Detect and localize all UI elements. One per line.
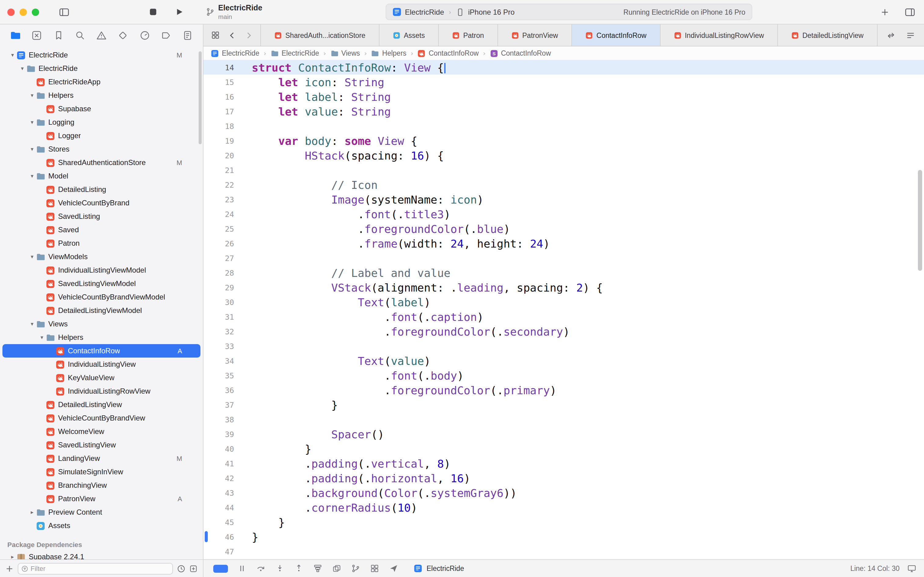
filter-field[interactable] xyxy=(18,562,173,574)
line-number[interactable]: 44 xyxy=(203,503,234,512)
disclosure-down-icon[interactable] xyxy=(38,331,46,344)
line-number[interactable]: 36 xyxy=(203,385,234,395)
code-line[interactable]: 32 .foregroundColor(.secondary) xyxy=(203,324,924,338)
line-number[interactable]: 34 xyxy=(203,356,234,365)
editor-tab[interactable]: Assets xyxy=(380,24,439,46)
tree-row[interactable]: SavedListingViewModel xyxy=(2,277,200,290)
code-line[interactable]: 16 let label: String xyxy=(203,89,924,104)
forward-button[interactable] xyxy=(245,31,253,39)
code-line[interactable]: 18 xyxy=(203,119,924,133)
tree-row[interactable]: DetailedListingView xyxy=(2,398,200,411)
bookmarks-navigator-button[interactable] xyxy=(53,30,64,41)
line-number[interactable]: 26 xyxy=(203,239,234,248)
destination-label[interactable]: iPhone 16 Pro xyxy=(468,8,515,16)
memory-graph-button[interactable] xyxy=(332,564,341,573)
code-line[interactable]: 22 // Icon xyxy=(203,177,924,192)
breadcrumb-item[interactable]: ElectricRide xyxy=(271,49,319,57)
code-line[interactable]: 36 .foregroundColor(.primary) xyxy=(203,383,924,397)
breadcrumb-item[interactable]: SContactInfoRow xyxy=(490,49,551,57)
line-number[interactable]: 17 xyxy=(203,106,234,116)
disclosure-down-icon[interactable] xyxy=(28,250,36,263)
line-number[interactable]: 19 xyxy=(203,136,234,145)
line-number[interactable]: 35 xyxy=(203,371,234,380)
line-number[interactable]: 40 xyxy=(203,444,234,453)
breakpoints-navigator-button[interactable] xyxy=(161,30,172,41)
tree-row[interactable]: ElectricRideM xyxy=(2,48,200,62)
editor-tab[interactable]: ContactInfoRow xyxy=(572,24,660,46)
code-line[interactable]: 28 // Label and value xyxy=(203,265,924,280)
breadcrumb-item[interactable]: ContactInfoRow xyxy=(418,49,479,57)
disclosure-down-icon[interactable] xyxy=(28,317,36,331)
debug-navigator-button[interactable] xyxy=(139,30,150,41)
line-number[interactable]: 47 xyxy=(203,547,234,556)
tree-row[interactable]: Stores xyxy=(2,142,200,156)
inspector-toggle-button[interactable] xyxy=(905,6,916,18)
code-line[interactable]: 45 } xyxy=(203,515,924,529)
tree-row[interactable]: PatronViewA xyxy=(2,492,200,506)
tree-row[interactable]: ContactInfoRowA xyxy=(2,344,200,358)
code-line[interactable]: 23 Image(systemName: icon) xyxy=(203,192,924,206)
code-line[interactable]: 29 VStack(alignment: .leading, spacing: … xyxy=(203,280,924,295)
code-line[interactable]: 33 xyxy=(203,338,924,353)
line-number[interactable]: 24 xyxy=(203,210,234,219)
line-number[interactable]: 18 xyxy=(203,121,234,131)
code-line[interactable]: 14struct ContactInfoRow: View { xyxy=(203,60,924,74)
tree-row[interactable]: Supabase xyxy=(2,102,200,116)
editor-tab[interactable]: PatronView xyxy=(498,24,572,46)
line-number[interactable]: 39 xyxy=(203,429,234,438)
line-number[interactable]: 33 xyxy=(203,342,234,351)
code-review-icon[interactable] xyxy=(886,30,896,40)
close-window-button[interactable] xyxy=(7,8,14,16)
code-line[interactable]: 24 .font(.title3) xyxy=(203,206,924,221)
editor-options-icon[interactable] xyxy=(906,30,916,40)
code-line[interactable]: 46} xyxy=(203,529,924,544)
tree-row[interactable]: LandingViewM xyxy=(2,452,200,465)
scheme-widget[interactable]: ElectricRide main xyxy=(205,3,262,20)
tree-row[interactable]: ElectricRide xyxy=(2,62,200,75)
sidebar-scrollbar[interactable] xyxy=(199,52,202,144)
back-button[interactable] xyxy=(228,31,237,39)
display-icon[interactable] xyxy=(907,564,917,573)
code-line[interactable]: 31 .font(.caption) xyxy=(203,309,924,324)
tree-row[interactable]: IndividualListingView xyxy=(2,358,200,371)
code-line[interactable]: 41 .padding(.vertical, 8) xyxy=(203,456,924,471)
tree-row[interactable]: IndividualListingViewModel xyxy=(2,263,200,277)
code-line[interactable]: 25 .foregroundColor(.blue) xyxy=(203,221,924,236)
tests-navigator-button[interactable] xyxy=(118,30,129,41)
code-line[interactable]: 15 let icon: String xyxy=(203,74,924,89)
tree-row[interactable]: Model xyxy=(2,169,200,183)
code-line[interactable]: 34 Text(value) xyxy=(203,353,924,368)
tree-row[interactable]: WelcomeView xyxy=(2,425,200,438)
line-number[interactable]: 46 xyxy=(203,532,234,541)
line-number[interactable]: 20 xyxy=(203,151,234,160)
line-number[interactable]: 29 xyxy=(203,283,234,292)
editor-tab[interactable]: DetailedListingView xyxy=(778,24,877,46)
scheme-label[interactable]: ElectricRide xyxy=(405,8,444,16)
tree-row[interactable]: Logging xyxy=(2,116,200,129)
tree-row[interactable]: Helpers xyxy=(2,89,200,102)
add-item-button[interactable] xyxy=(5,564,13,572)
step-over-button[interactable] xyxy=(256,564,266,573)
view-hierarchy-button[interactable] xyxy=(313,564,323,573)
issues-navigator-button[interactable] xyxy=(96,30,107,41)
tree-row[interactable]: Assets xyxy=(2,519,200,532)
breakpoints-toggle-button[interactable] xyxy=(213,564,228,572)
tree-row[interactable]: SavedListing xyxy=(2,210,200,223)
line-number[interactable]: 16 xyxy=(203,92,234,101)
tree-row[interactable]: ElectricRideApp xyxy=(2,75,200,89)
source-control-navigator-button[interactable] xyxy=(31,30,42,41)
step-out-button[interactable] xyxy=(294,564,304,573)
line-number[interactable]: 31 xyxy=(203,312,234,321)
tree-row[interactable]: SimulateSignInView xyxy=(2,465,200,479)
line-number[interactable]: 41 xyxy=(203,459,234,468)
disclosure-right-icon[interactable] xyxy=(8,550,16,559)
disclosure-down-icon[interactable] xyxy=(8,48,16,62)
disclosure-down-icon[interactable] xyxy=(28,169,36,183)
code-line[interactable]: 42 .padding(.horizontal, 16) xyxy=(203,471,924,485)
disclosure-right-icon[interactable] xyxy=(28,506,36,519)
simulate-location-button[interactable] xyxy=(389,564,398,573)
line-number[interactable]: 38 xyxy=(203,415,234,424)
disclosure-down-icon[interactable] xyxy=(28,142,36,156)
tree-row[interactable]: IndividualListingRowView xyxy=(2,384,200,398)
breadcrumb-item[interactable]: Helpers xyxy=(371,49,406,57)
